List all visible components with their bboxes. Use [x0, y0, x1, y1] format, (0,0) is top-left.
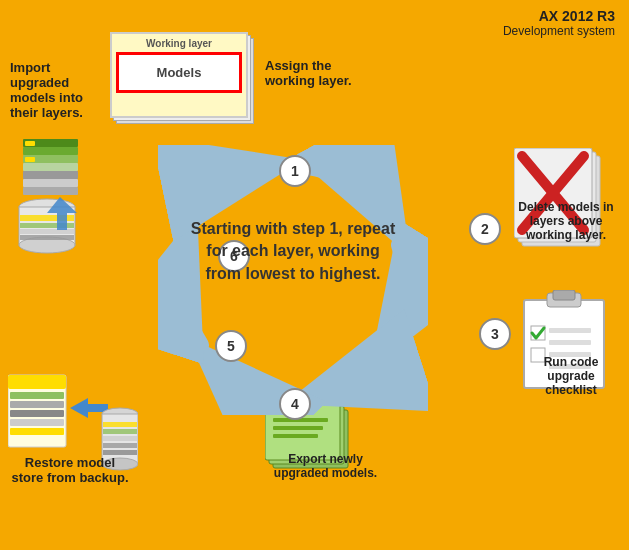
working-layer-models: Models [116, 52, 242, 93]
step-2-circle: 2 [469, 213, 501, 245]
svg-rect-50 [103, 429, 137, 434]
svg-rect-25 [549, 328, 591, 333]
step-3-label: 3 [491, 326, 499, 342]
svg-rect-0 [23, 187, 78, 195]
svg-rect-24 [553, 290, 575, 300]
svg-rect-41 [10, 401, 64, 408]
svg-rect-42 [10, 410, 64, 417]
svg-rect-26 [549, 340, 591, 345]
svg-rect-5 [23, 147, 78, 155]
svg-rect-39 [8, 375, 66, 389]
step-1-label: 1 [291, 163, 299, 179]
svg-rect-8 [25, 157, 35, 162]
import-docs-icon [5, 135, 95, 255]
header-label: AX 2012 R3 Development system [503, 8, 615, 38]
restore-text: Restore model store from backup. [10, 455, 130, 485]
svg-rect-43 [10, 419, 64, 426]
delete-text: Delete models in layers above working la… [511, 200, 621, 242]
step-3-circle: 3 [479, 318, 511, 350]
import-illustration [5, 135, 95, 259]
checklist-text: Run code upgrade checklist [521, 355, 621, 397]
svg-rect-52 [103, 443, 137, 448]
working-layer-title: Working layer [116, 38, 242, 49]
svg-rect-1 [23, 179, 78, 187]
step-5-label: 5 [227, 338, 235, 354]
svg-rect-37 [273, 434, 318, 438]
svg-rect-36 [273, 426, 323, 430]
svg-rect-15 [20, 235, 74, 240]
subtitle: Development system [503, 24, 615, 38]
working-layer-box: Working layer Models [110, 32, 248, 118]
import-text: Import upgraded models into their layers… [10, 60, 110, 120]
svg-rect-49 [103, 422, 137, 427]
export-text: Export newly upgraded models. [268, 452, 383, 480]
svg-rect-2 [23, 171, 78, 179]
step-2-label: 2 [481, 221, 489, 237]
step-5-circle: 5 [215, 330, 247, 362]
svg-rect-40 [10, 392, 64, 399]
center-description: Starting with step 1, repeat for each la… [188, 218, 398, 285]
svg-rect-44 [10, 428, 64, 435]
step-4-circle: 4 [279, 388, 311, 420]
step-1-circle: 1 [279, 155, 311, 187]
assign-text: Assign the working layer. [265, 58, 365, 88]
svg-rect-3 [23, 163, 78, 171]
title: AX 2012 R3 [503, 8, 615, 24]
svg-rect-7 [25, 141, 35, 146]
svg-rect-51 [103, 436, 137, 441]
step-4-label: 4 [291, 396, 299, 412]
